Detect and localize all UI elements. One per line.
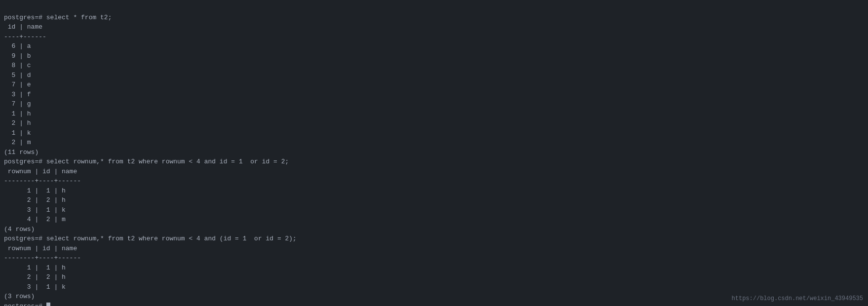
output-line: 2 | h	[4, 118, 864, 128]
output-line: 3 | 1 | k	[4, 282, 864, 292]
output-line: rownum | id | name	[4, 167, 864, 177]
output-line: id | name	[4, 22, 864, 32]
output-line: 1 | 1 | h	[4, 186, 864, 196]
output-line: 8 | c	[4, 61, 864, 71]
output-line: 4 | 2 | m	[4, 215, 864, 225]
output-line: 1 | h	[4, 109, 864, 119]
prompt-line: postgres=# select * from t2;	[4, 13, 864, 23]
output-line: 9 | b	[4, 51, 864, 61]
output-line: 5 | d	[4, 71, 864, 80]
output-line: 3 | 1 | k	[4, 205, 864, 215]
output-line: 6 | a	[4, 41, 864, 51]
watermark: https://blog.csdn.net/weixin_43949535	[732, 294, 863, 303]
output-line: 2 | m	[4, 138, 864, 148]
output-line: (4 rows)	[4, 225, 864, 234]
terminal-output: postgres=# select * from t2; id | name -…	[4, 13, 864, 306]
prompt-line: postgres=# select rownum,* from t2 where…	[4, 157, 864, 167]
terminal-cursor	[46, 303, 50, 306]
output-line: 7 | e	[4, 80, 864, 90]
output-line: --------+----+------	[4, 176, 864, 186]
output-line: 2 | 2 | h	[4, 272, 864, 282]
output-line: 1 | 1 | h	[4, 263, 864, 273]
output-line: rownum | id | name	[4, 244, 864, 254]
prompt-line: postgres=# select rownum,* from t2 where…	[4, 234, 864, 244]
output-line: --------+----+------	[4, 253, 864, 263]
output-line: 2 | 2 | h	[4, 195, 864, 205]
output-line: ----+------	[4, 32, 864, 42]
output-line: 7 | g	[4, 99, 864, 109]
terminal-window: postgres=# select * from t2; id | name -…	[4, 3, 864, 306]
output-line: 3 | f	[4, 90, 864, 100]
output-line: (11 rows)	[4, 148, 864, 157]
output-line: 1 | k	[4, 128, 864, 138]
